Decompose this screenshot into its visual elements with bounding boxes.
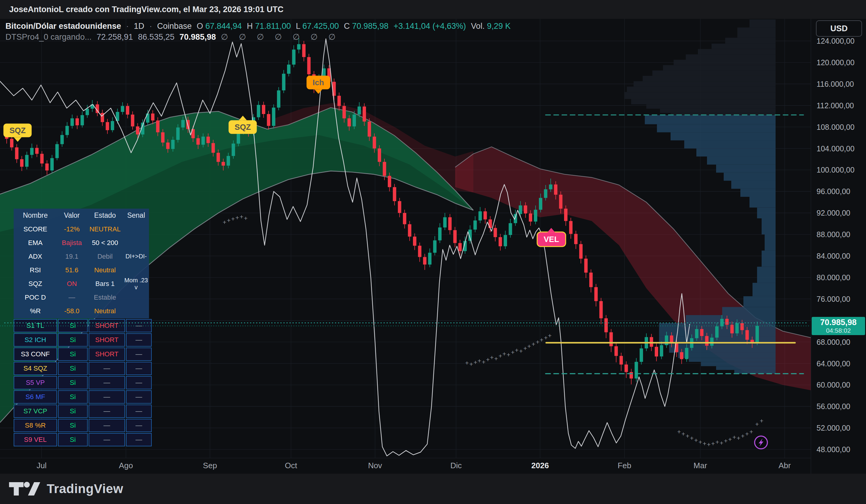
interval-label[interactable]: 1D (134, 22, 144, 31)
sqz-marker-label[interactable]: SQZ (3, 124, 32, 137)
time-axis[interactable]: JulAgoSepOctNovDic2026FebMarAbr (0, 458, 811, 474)
currency-toggle-button[interactable]: USD (816, 20, 862, 37)
signal-extra-cell: — (126, 376, 152, 389)
signal-state-cell: — (89, 419, 125, 432)
price-tick-label: 64.000,00 (817, 359, 850, 368)
title-bar: JoseAntonioL creado con TradingView.com,… (0, 0, 866, 19)
strategy-signal-table: S1 TLSiSHORT—S2 ICHSiSHORT—S3 CONFSiSHOR… (14, 319, 149, 446)
indicator-row: POC D—Estable (14, 291, 149, 304)
svg-text:+: + (515, 347, 519, 354)
tradingview-logo-icon[interactable] (9, 479, 42, 499)
signal-extra-cell: — (126, 319, 152, 332)
indicator-name-cell: RSI (14, 266, 57, 274)
signal-state-cell: SHORT (89, 348, 125, 361)
close-value: 70.985,98 (352, 22, 388, 31)
indicator-value-cell: Bajista (57, 239, 87, 247)
indicator-row: %R-58.0Neutral (14, 304, 149, 318)
svg-text:+: + (728, 436, 732, 443)
indicator-name-cell: SCORE (14, 225, 57, 233)
indicator-row: EMABajista50 < 200 (14, 236, 149, 249)
indicator-panel: NombreValorEstadoSenalSCORE-12%NEUTRALEM… (14, 209, 149, 447)
signal-active-cell: Si (58, 376, 88, 389)
change-value: +3.141,04 (+4,63%) (393, 22, 466, 31)
vel-marker-label[interactable]: VEL (538, 233, 565, 246)
sqz-marker-label[interactable]: SQZ (229, 120, 257, 134)
open-value: 67.844,94 (206, 22, 242, 31)
indicator-signal-cell: DI+>DI- (123, 253, 149, 260)
indicator-state-cell: Bars 1 (87, 280, 123, 288)
time-tick-label: Oct (273, 461, 309, 470)
time-tick-label: 2026 (522, 461, 558, 470)
svg-text:+: + (478, 357, 481, 364)
signal-state-cell: — (89, 362, 125, 375)
indicator-row: SQZONBars 1Mom .23 v (14, 277, 149, 291)
symbol-name[interactable]: Bitcoin/Dólar estadounidense (5, 22, 121, 31)
indicator-name-cell: %R (14, 307, 57, 315)
last-price-value: 70.985,98 (812, 317, 865, 327)
legend-symbol-row[interactable]: Bitcoin/Dólar estadounidense · 1D · Coin… (5, 21, 513, 32)
signal-extra-cell: — (126, 362, 152, 375)
price-tick-label: 88.000,00 (817, 230, 850, 239)
signal-active-cell: Si (58, 419, 88, 432)
price-tick-label: 84.000,00 (817, 252, 850, 261)
svg-text:+: + (711, 440, 715, 447)
price-tick-label: 120.000,00 (817, 58, 854, 67)
signal-name-cell: S6 MF (14, 390, 57, 404)
signal-active-cell: Si (58, 319, 88, 332)
price-tick-label: 52.000,00 (817, 424, 850, 433)
indicator-summary-table: NombreValorEstadoSenalSCORE-12%NEUTRALEM… (14, 209, 149, 318)
signal-row: S7 VCPSi—— (14, 404, 149, 418)
price-tick-label: 56.000,00 (817, 402, 850, 411)
price-axis[interactable]: USD 70.985,98 04:58:02 124.000,00120.000… (811, 19, 866, 474)
svg-text:+: + (745, 430, 749, 437)
signal-row: S3 CONFSiSHORT— (14, 348, 149, 361)
svg-text:+: + (720, 439, 723, 446)
chart-legend: Bitcoin/Dólar estadounidense · 1D · Coin… (5, 21, 513, 43)
signal-extra-cell: — (126, 333, 152, 347)
separator-dot: · (149, 22, 152, 31)
time-tick-label: Nov (357, 461, 393, 470)
price-tick-label: 116.000,00 (817, 80, 854, 89)
indicator-value-cell: — (57, 293, 87, 301)
separator-dot: · (126, 22, 129, 31)
svg-text:+: + (465, 359, 469, 366)
tradingview-wordmark[interactable]: TradingView (47, 482, 123, 496)
signal-row: S8 %RSi—— (14, 419, 149, 432)
signal-active-cell: Si (58, 433, 88, 446)
time-tick-label: Jul (23, 461, 60, 470)
svg-text:+: + (707, 441, 711, 448)
indicator-state-cell: 50 < 200 (87, 239, 123, 247)
ichimoku-marker-label[interactable]: Ich (307, 76, 330, 89)
legend-indicator-row[interactable]: DTSPro4_0 cargando... 72.258,91 86.535,2… (5, 32, 513, 43)
svg-text:+: + (469, 360, 473, 368)
svg-text:+: + (519, 348, 523, 355)
signal-active-cell: Si (58, 390, 88, 404)
signal-name-cell: S3 CONF (14, 348, 57, 361)
svg-text:+: + (244, 215, 248, 222)
indicator-name[interactable]: DTSPro4_0 cargando... (5, 32, 92, 42)
svg-text:+: + (511, 349, 515, 356)
svg-text:+: + (223, 219, 226, 226)
indicator-value-cell: -12% (57, 225, 87, 233)
svg-text:+: + (482, 358, 486, 366)
signal-extra-cell: — (126, 404, 152, 418)
signal-active-cell: Si (58, 333, 88, 347)
signal-name-cell: S4 SQZ (14, 362, 57, 375)
indicator-state-cell: Neutral (87, 266, 123, 274)
footer-bar: TradingView (0, 474, 866, 504)
indicator-row: SCORE-12%NEUTRAL (14, 222, 149, 236)
svg-text:+: + (741, 433, 745, 439)
indicator-signal-cell: Mom .23 v (123, 277, 149, 291)
svg-text:+: + (750, 428, 753, 435)
signal-extra-cell: — (126, 390, 152, 404)
price-tick-label: 48.000,00 (817, 445, 850, 454)
signal-row: S4 SQZSi—— (14, 362, 149, 375)
svg-text:+: + (732, 434, 736, 441)
volume-label: Vol. (471, 22, 485, 31)
price-tick-label: 80.000,00 (817, 273, 850, 282)
signal-state-cell: — (89, 390, 125, 404)
time-tick-label: Feb (606, 461, 643, 470)
svg-text:+: + (235, 214, 239, 221)
svg-text:+: + (686, 433, 689, 439)
signal-state-cell: — (89, 376, 125, 389)
